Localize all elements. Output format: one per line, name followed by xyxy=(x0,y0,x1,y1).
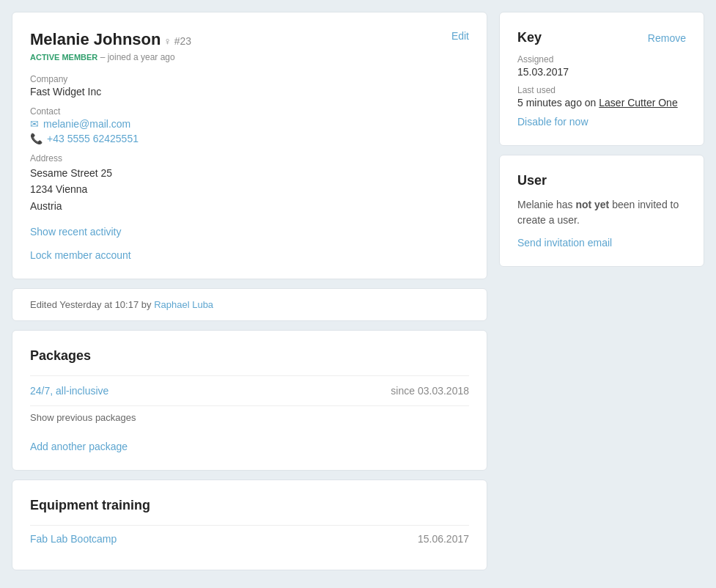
package-row: 24/7, all-inclusive since 03.03.2018 xyxy=(30,375,469,405)
address-line1: Sesame Street 25 xyxy=(30,165,469,181)
assigned-date: 15.03.2017 xyxy=(517,66,686,78)
address-line3: Austria xyxy=(30,198,469,214)
equipment-title: Equipment training xyxy=(30,498,469,513)
machine-link[interactable]: Laser Cutter One xyxy=(599,97,677,109)
phone-value: +43 5555 62425551 xyxy=(47,133,139,144)
equipment-row: Fab Lab Bootcamp 15.06.2017 xyxy=(30,525,469,552)
assigned-label: Assigned xyxy=(517,54,686,65)
remove-key-link[interactable]: Remove xyxy=(648,32,686,44)
last-used-value: 5 minutes ago on Laser Cutter One xyxy=(517,97,686,109)
member-profile-card: Melanie Johnson ♀ #23 Edit ACTIVE MEMBER… xyxy=(12,12,487,279)
email-link[interactable]: ✉ melanie@mail.com xyxy=(30,118,469,130)
package-since: since 03.03.2018 xyxy=(391,385,469,397)
editor-link[interactable]: Raphael Luba xyxy=(154,299,213,310)
member-id: #23 xyxy=(174,35,191,47)
user-description: Melanie has not yet been invited to crea… xyxy=(517,197,686,228)
equipment-date: 15.06.2017 xyxy=(418,533,469,545)
key-card: Key Remove Assigned 15.03.2017 Last used… xyxy=(499,12,704,146)
packages-title: Packages xyxy=(30,348,469,364)
email-value: melanie@mail.com xyxy=(43,118,130,130)
show-previous-packages[interactable]: Show previous packages xyxy=(30,405,469,429)
send-invitation-link[interactable]: Send invitation email xyxy=(517,237,612,249)
packages-list: 24/7, all-inclusive since 03.03.2018 Sho… xyxy=(30,375,469,429)
member-status: ACTIVE MEMBER xyxy=(30,53,97,62)
last-used-text: 5 minutes ago on xyxy=(517,97,596,109)
member-name: Melanie Johnson xyxy=(30,30,160,48)
user-card: User Melanie has not yet been invited to… xyxy=(499,155,704,267)
show-recent-activity-link[interactable]: Show recent activity xyxy=(30,226,469,238)
member-joined: – joined a year ago xyxy=(100,52,175,62)
phone-link[interactable]: 📞 +43 5555 62425551 xyxy=(30,133,469,144)
last-used-label: Last used xyxy=(517,85,686,95)
phone-icon: 📞 xyxy=(30,133,43,144)
member-gender-icon: ♀ xyxy=(163,35,171,47)
equipment-training-card: Equipment training Fab Lab Bootcamp 15.0… xyxy=(12,479,487,570)
address-label: Address xyxy=(30,153,469,163)
lock-member-account-link[interactable]: Lock member account xyxy=(30,249,469,261)
address-block: Sesame Street 25 1234 Vienna Austria xyxy=(30,165,469,214)
editor-name: Raphael Luba xyxy=(154,299,213,310)
add-package-link[interactable]: Add another package xyxy=(30,441,469,452)
user-desc-bold: not yet xyxy=(575,199,609,210)
disable-key-link[interactable]: Disable for now xyxy=(517,116,686,128)
user-title: User xyxy=(517,173,686,188)
company-name: Fast Widget Inc xyxy=(30,86,469,98)
package-name-link[interactable]: 24/7, all-inclusive xyxy=(30,385,108,397)
packages-card: Packages 24/7, all-inclusive since 03.03… xyxy=(12,330,487,471)
company-label: Company xyxy=(30,74,469,84)
address-line2: 1234 Vienna xyxy=(30,181,469,197)
email-icon: ✉ xyxy=(30,118,39,130)
edit-button[interactable]: Edit xyxy=(451,30,469,42)
key-title: Key xyxy=(517,30,542,45)
user-desc-pre: Melanie has xyxy=(517,199,573,210)
edit-footer: Edited Yesterday at 10:17 by Raphael Lub… xyxy=(12,288,487,321)
edit-prefix: Edited Yesterday at 10:17 by xyxy=(30,299,152,310)
contact-label: Contact xyxy=(30,106,469,117)
equipment-name-link[interactable]: Fab Lab Bootcamp xyxy=(30,533,117,545)
